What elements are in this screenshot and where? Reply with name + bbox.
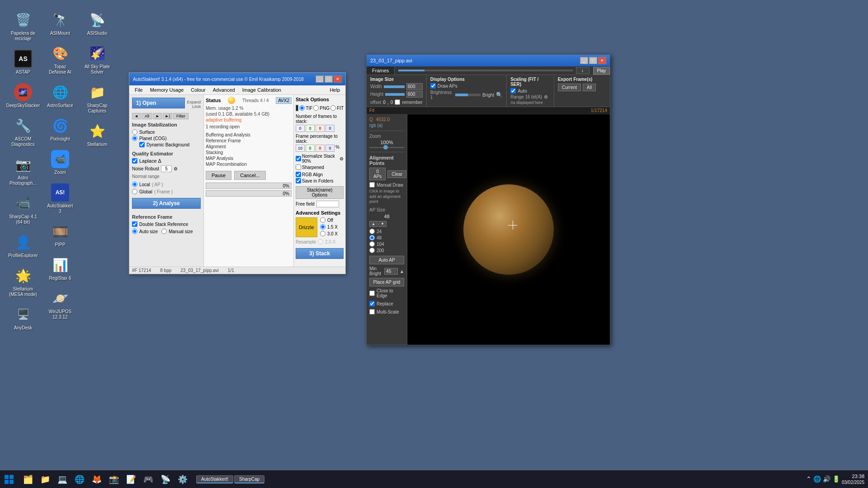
icon-ascom[interactable]: 🔧 ASCOM Diagnostics — [7, 115, 39, 149]
icon-zoom[interactable]: 📹 Zoom — [44, 148, 76, 177]
sc-close[interactable]: ✕ — [598, 57, 606, 64]
sc-clear-button[interactable]: Clear — [387, 170, 406, 178]
sc-ap-down[interactable]: ▼ — [378, 221, 387, 227]
start-button[interactable] — [0, 470, 18, 488]
sc-size-24-radio[interactable] — [369, 229, 375, 234]
sc-width-slider[interactable] — [384, 85, 405, 88]
planet-radio[interactable] — [132, 136, 137, 141]
sc-brightness-slider[interactable] — [455, 94, 481, 96]
sc-tab-frames[interactable]: Frames — [367, 66, 395, 75]
manual-size-radio[interactable] — [161, 229, 167, 234]
local-radio[interactable] — [132, 182, 137, 187]
sc-current-btn[interactable]: Current — [558, 84, 581, 91]
tray-chevron-icon[interactable]: ⌃ — [806, 475, 811, 483]
taskbar-telescope[interactable]: 📡 — [157, 471, 174, 488]
drizzle-off-radio[interactable] — [320, 217, 326, 223]
icon-winjupos[interactable]: 🪐 WinJUPOS 12.3.12 — [44, 287, 76, 322]
sc-multiscale-checkbox[interactable] — [369, 309, 375, 314]
pct-input-2[interactable] — [316, 145, 325, 152]
pct-input-3[interactable] — [326, 145, 335, 152]
png-radio[interactable] — [313, 105, 319, 111]
taskbar-file-explorer[interactable]: 🗂️ — [20, 471, 36, 488]
sc-manual-draw-checkbox[interactable] — [369, 182, 375, 188]
icon-stellarium2[interactable]: ⭐ Stellarium — [81, 120, 113, 149]
frames-input-3[interactable] — [326, 125, 335, 132]
icon-pipp[interactable]: 🎞️ PIPP — [44, 221, 76, 249]
noise-settings-icon[interactable]: ⚙ — [174, 166, 178, 171]
sc-minimize[interactable]: _ — [580, 57, 588, 64]
icon-papelera[interactable]: 🗑️ Papelera de reciclaje — [7, 9, 39, 43]
taskbar-browser[interactable]: 🌐 — [71, 471, 88, 488]
close-button[interactable]: ✕ — [334, 75, 342, 83]
icon-autostakkert3[interactable]: AS! AutoStakkert 3 — [44, 182, 76, 216]
sc-play-button[interactable]: Play — [593, 67, 610, 75]
frames-input-0[interactable] — [296, 125, 305, 132]
sc-height-slider[interactable] — [385, 93, 405, 96]
free-field-input[interactable] — [316, 201, 339, 207]
sc-close-edge-checkbox[interactable] — [369, 291, 375, 296]
dynamic-bg-checkbox[interactable] — [139, 142, 145, 147]
drizzle-30-radio[interactable] — [320, 231, 326, 236]
analysis-reference[interactable]: Reference Frame — [206, 138, 292, 144]
menu-file[interactable]: File — [131, 86, 146, 94]
laplace-checkbox[interactable] — [132, 158, 137, 164]
taskbar-firefox[interactable]: 🦊 — [89, 471, 105, 488]
drizzle-15-radio[interactable] — [320, 224, 326, 230]
sc-height-input[interactable] — [406, 91, 423, 98]
running-autostakkert[interactable]: AutoStakkert! — [196, 475, 233, 483]
minimize-button[interactable]: _ — [316, 75, 324, 83]
sc-magnify-icon[interactable]: 🔍 — [496, 92, 503, 98]
surface-radio[interactable] — [132, 129, 137, 135]
icon-registax[interactable]: 📊 RegiStax 6 — [44, 254, 76, 283]
menu-imagecalibration[interactable]: Image Calibration — [239, 86, 285, 94]
noise-value[interactable] — [161, 165, 172, 172]
analyse-button[interactable]: 2) Analyse — [132, 198, 201, 209]
pause-button[interactable]: Pause — [206, 171, 231, 180]
sc-width-input[interactable] — [406, 83, 423, 90]
sc-auto-checkbox[interactable] — [510, 88, 516, 94]
auto-size-radio[interactable] — [132, 229, 137, 234]
icon-asimount[interactable]: 🔭 ASIMount — [44, 9, 76, 38]
sc-draw-aps-checkbox[interactable] — [430, 83, 436, 89]
sc-ap-up[interactable]: ▲ — [369, 221, 377, 227]
menu-help[interactable]: Help — [326, 86, 344, 94]
sc-min-bright-up[interactable]: ▲ — [400, 269, 404, 274]
sc-size-48-radio[interactable] — [369, 235, 375, 240]
menu-memory[interactable]: Memory Usage — [146, 86, 188, 94]
icon-asistudio[interactable]: 📡 ASIStudio — [81, 9, 113, 38]
icon-topaz[interactable]: 🎨 Topaz DeNoise AI — [44, 42, 76, 77]
icon-astrophotography[interactable]: 📷 Astro Photograph... — [7, 154, 39, 188]
frames-input-1[interactable] — [306, 125, 315, 132]
taskbar-folder[interactable]: 📁 — [37, 471, 53, 488]
sc-remember-checkbox[interactable] — [395, 99, 400, 105]
frames-input-2[interactable] — [316, 125, 325, 132]
sc-zoom-handle[interactable] — [383, 145, 388, 150]
all-button[interactable]: All — [142, 113, 152, 119]
tray-network-icon[interactable]: 🌐 — [813, 475, 821, 483]
sc-min-bright-input[interactable] — [384, 268, 398, 275]
prev-button[interactable]: ◄ — [132, 113, 141, 119]
icon-allskyplate[interactable]: 🌠 All Sky Plate Solver — [81, 42, 113, 77]
icon-astap[interactable]: AS ASTAP — [7, 48, 39, 77]
pct-input-0[interactable] — [296, 145, 305, 152]
taskbar-game[interactable]: 🎮 — [140, 471, 156, 488]
taskbar-camera[interactable]: 📸 — [106, 471, 122, 488]
sc-maximize[interactable]: □ — [589, 57, 597, 64]
taskbar-settings[interactable]: ⚙️ — [175, 471, 191, 488]
stack-name-button[interactable]: Stack(name) Options — [296, 186, 344, 199]
analysis-buffering[interactable]: Buffering and Analysis — [206, 132, 292, 138]
next-button[interactable]: ► — [153, 113, 162, 119]
sc-size-104-radio[interactable] — [369, 241, 375, 247]
sc-place-ap-button[interactable]: Place AP grid — [369, 278, 404, 286]
menu-colour[interactable]: Colour — [187, 86, 209, 94]
analysis-recombination[interactable]: MAP Recombination — [206, 161, 292, 167]
icon-stellarium-mesa[interactable]: 🌟 Stellarium (MESA mode) — [7, 265, 39, 299]
icon-sharpcap-captures[interactable]: 📁 SharpCap Captures — [81, 81, 113, 116]
icon-anydesk[interactable]: 🖥️ AnyDesk — [7, 304, 39, 333]
tray-volume-icon[interactable]: 🔊 — [823, 475, 830, 483]
tray-clock[interactable]: 23:38 03/02/2025 — [842, 473, 864, 485]
drizzle-button[interactable]: Drizzle — [296, 217, 317, 237]
icon-astrosurface[interactable]: 🌐 AstroSurface — [44, 81, 76, 110]
sharpened-checkbox[interactable] — [296, 164, 301, 170]
sc-zoom-slider[interactable] — [369, 147, 404, 148]
